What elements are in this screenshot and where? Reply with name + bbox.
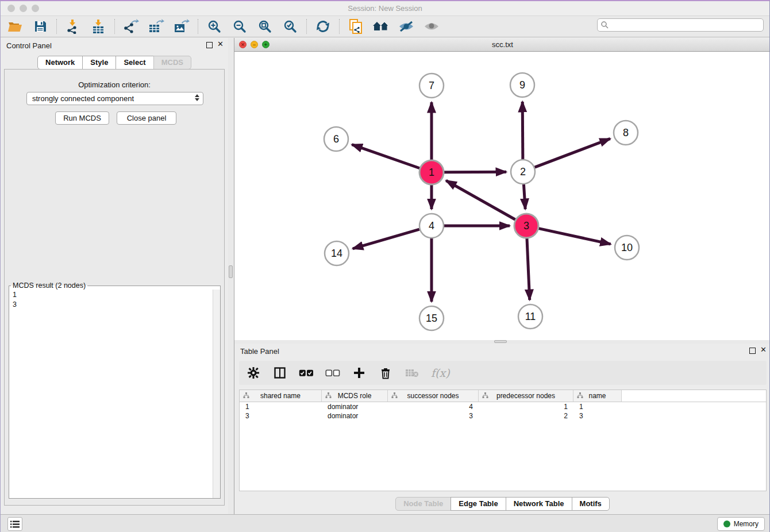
column-selector-icon[interactable] xyxy=(272,365,287,380)
memory-button[interactable]: Memory xyxy=(717,517,765,531)
save-icon[interactable] xyxy=(30,18,50,35)
table-cell[interactable]: 1 xyxy=(479,402,573,411)
column-header-successor-nodes[interactable]: successor nodes xyxy=(388,390,479,402)
graph-edge-1-6[interactable] xyxy=(352,145,419,168)
window-title: Session: New Session xyxy=(1,4,769,13)
node-table[interactable]: shared nameMCDS rolesuccessor nodesprede… xyxy=(239,390,767,491)
zoom-in-icon[interactable] xyxy=(205,18,224,35)
status-bar: Memory xyxy=(1,514,769,532)
zoom-selected-icon[interactable] xyxy=(280,18,300,35)
table-tab-edge-table[interactable]: Edge Table xyxy=(451,497,506,511)
table-tab-node-table[interactable]: Node Table xyxy=(395,497,451,511)
list-icon xyxy=(10,521,20,528)
table-cell[interactable]: 3 xyxy=(573,411,622,421)
table-cell[interactable]: 2 xyxy=(479,411,573,421)
table-tab-motifs[interactable]: Motifs xyxy=(572,497,610,511)
table-cell[interactable]: 1 xyxy=(573,402,622,411)
optimization-criterion-dropdown[interactable]: strongly connected component xyxy=(26,92,203,105)
table-tab-network-table[interactable]: Network Table xyxy=(506,497,572,511)
dropdown-stepper-icon xyxy=(195,94,199,101)
graph-edge-4-14[interactable] xyxy=(353,229,419,249)
column-header-label: shared name xyxy=(260,392,301,400)
import-network-icon[interactable] xyxy=(63,18,83,35)
gear-icon[interactable] xyxy=(246,365,261,380)
add-icon[interactable] xyxy=(352,365,367,380)
float-panel-icon[interactable] xyxy=(206,42,213,48)
column-header-label: MCDS role xyxy=(338,392,372,400)
network-canvas[interactable]: 7968124314101511 xyxy=(234,52,770,340)
deselect-all-icon[interactable] xyxy=(325,365,340,380)
table-cell[interactable]: dominator xyxy=(322,402,388,411)
table-cell[interactable]: 3 xyxy=(388,411,479,421)
close-panel-button[interactable]: Close panel xyxy=(117,111,176,125)
float-panel-icon[interactable] xyxy=(749,348,756,354)
result-line: 1 xyxy=(13,290,217,300)
vertical-splitter[interactable] xyxy=(228,38,234,514)
delete-icon[interactable] xyxy=(378,365,393,380)
tab-select[interactable]: Select xyxy=(116,56,153,70)
zoom-out-icon[interactable] xyxy=(230,18,249,35)
column-header-label: predecessor nodes xyxy=(496,392,555,400)
export-network-icon[interactable] xyxy=(121,18,141,35)
graph-edge-2-8[interactable] xyxy=(535,138,610,167)
table-toolbar: f(x) xyxy=(239,361,767,385)
zoom-fit-icon[interactable] xyxy=(255,18,275,35)
select-all-icon[interactable] xyxy=(299,365,314,380)
header-filler xyxy=(622,390,766,402)
table-cell[interactable]: 4 xyxy=(388,402,479,411)
table-row[interactable]: 1dominator411 xyxy=(240,402,766,411)
export-image-icon[interactable] xyxy=(172,18,191,35)
graph-edge-3-10[interactable] xyxy=(538,229,610,244)
main-toolbar xyxy=(1,16,769,37)
graph-node-label: 2 xyxy=(520,166,526,178)
column-header-name[interactable]: name xyxy=(573,390,622,402)
copy-network-icon[interactable] xyxy=(346,18,365,35)
result-scrollbar[interactable] xyxy=(213,290,220,498)
column-header-predecessor-nodes[interactable]: predecessor nodes xyxy=(479,390,573,402)
table-cell[interactable]: 3 xyxy=(240,411,322,421)
search-input[interactable] xyxy=(597,18,764,32)
graph-node-label: 1 xyxy=(429,167,434,178)
table-cell[interactable]: dominator xyxy=(322,411,388,421)
table-row[interactable]: 3dominator323 xyxy=(240,411,766,421)
tab-style[interactable]: Style xyxy=(82,56,116,70)
column-header-shared-name[interactable]: shared name xyxy=(240,390,322,402)
network-view-window: ✕ − + scc.txt 7968124314101511 xyxy=(234,38,770,340)
splitter-handle[interactable] xyxy=(494,340,507,343)
toolbar-separator xyxy=(339,19,340,34)
column-header-label: successor nodes xyxy=(407,392,459,400)
table-cell[interactable]: 1 xyxy=(240,402,322,411)
graph-edge-3-1[interactable] xyxy=(446,180,515,219)
open-folder-icon[interactable] xyxy=(5,18,25,35)
graph-node-label: 6 xyxy=(333,133,339,145)
search-icon xyxy=(600,21,609,29)
function-builder-icon: f(x) xyxy=(431,367,450,379)
table-header-row: shared nameMCDS rolesuccessor nodesprede… xyxy=(240,390,766,402)
graph-edge-1-2[interactable] xyxy=(444,172,506,172)
show-panels-button[interactable] xyxy=(7,517,22,531)
graph-edge-3-11[interactable] xyxy=(527,238,530,300)
graph-node-label: 8 xyxy=(623,127,629,138)
run-mcds-button[interactable]: Run MCDS xyxy=(55,111,109,125)
graph-svg: 7968124314101511 xyxy=(234,52,770,340)
mcds-result-title: MCDS result (2 nodes) xyxy=(11,282,87,290)
close-panel-icon[interactable]: ✕ xyxy=(217,40,224,48)
graph-edge-2-3[interactable] xyxy=(523,184,525,209)
hide-selected-icon[interactable] xyxy=(396,18,416,35)
column-header-MCDS-role[interactable]: MCDS role xyxy=(322,390,388,402)
tab-mcds[interactable]: MCDS xyxy=(153,56,191,70)
tab-network[interactable]: Network xyxy=(37,56,83,70)
memory-label: Memory xyxy=(734,520,759,528)
toolbar-separator xyxy=(198,19,198,34)
table-panel: Table Panel ✕ xyxy=(234,344,770,514)
import-table-icon[interactable] xyxy=(88,18,108,35)
splitter-handle[interactable] xyxy=(229,265,233,278)
main-titlebar: Session: New Session xyxy=(1,1,769,16)
refresh-icon[interactable] xyxy=(313,18,333,35)
show-all-icon[interactable] xyxy=(422,18,441,35)
close-panel-icon[interactable]: ✕ xyxy=(760,346,767,354)
graph-edge-2-9[interactable] xyxy=(522,102,523,159)
home-icon[interactable] xyxy=(371,18,391,35)
export-table-icon[interactable] xyxy=(147,18,166,35)
toolbar-separator xyxy=(306,19,307,34)
